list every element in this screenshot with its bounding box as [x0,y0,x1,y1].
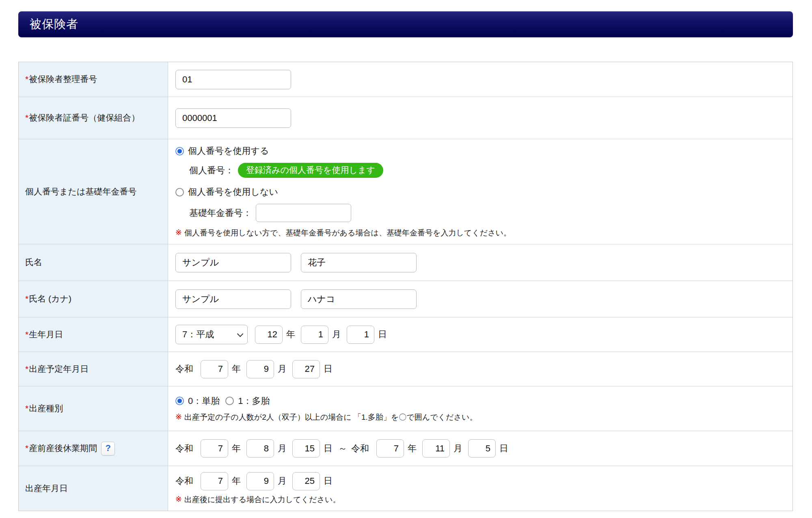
leave-from-year-input[interactable] [201,439,228,458]
basic-pension-number-input[interactable] [256,204,351,222]
insured-person-form: *被保険者整理番号 *被保険者証番号（健保組合） 個人番号または基礎年金番号 個… [18,62,793,511]
row-birth-date: *生年月日 7：平成 年 月 日 [19,317,793,352]
label-insured-serial-number: *被保険者整理番号 [19,62,168,97]
section-header: 被保険者 [18,11,793,37]
registered-personal-number-badge: 登録済みの個人番号を使用します [238,163,383,178]
birth-year-input[interactable] [255,326,283,344]
label-name-kana: *氏名 (カナ) [19,281,168,317]
label-birth-date: *生年月日 [19,317,168,352]
required-mark: * [25,442,28,455]
first-name-kana-input[interactable] [301,289,417,309]
birth-era-select[interactable]: 7：平成 [175,325,248,344]
leave-to-month-input[interactable] [422,439,450,458]
row-insured-card-number: *被保険者証番号（健保組合） [19,97,793,139]
row-name-kana: *氏名 (カナ) [19,281,793,317]
birth-month-input[interactable] [301,326,328,344]
row-insured-serial-number: *被保険者整理番号 [19,62,793,97]
due-day-input[interactable] [292,360,320,378]
radio-not-use-personal-number[interactable] [175,188,184,196]
era-reiwa: 令和 [175,442,193,455]
radio-use-personal-number[interactable] [175,147,184,155]
help-icon[interactable]: ? [101,442,115,455]
era-reiwa: 令和 [351,442,369,455]
leave-to-year-input[interactable] [376,439,404,458]
row-delivery-date: 出産年月日 令和 年 月 日 ※ 出産後に提出する場合に入力してください。 [19,466,793,511]
label-personal-or-pension-number: 個人番号または基礎年金番号 [19,139,168,244]
row-name: 氏名 [19,244,793,281]
due-year-input[interactable] [201,360,228,378]
personal-number-label: 個人番号： [189,164,234,177]
delivery-type-note: ※ 出産予定の子の人数が2人（双子）以上の場合に 「1.多胎」を〇で囲んでくださ… [175,412,477,423]
basic-pension-number-label: 基礎年金番号： [189,207,252,219]
row-personal-or-pension-number: 個人番号または基礎年金番号 個人番号を使用する 個人番号： 登録済みの個人番号を… [19,139,793,244]
required-mark: * [25,328,28,341]
label-insured-card-number: *被保険者証番号（健保組合） [19,97,168,139]
era-reiwa: 令和 [175,475,193,487]
delivery-date-note: ※ 出産後に提出する場合に入力してください。 [175,494,340,505]
label-expected-delivery-date: *出産予定年月日 [19,352,168,386]
required-mark: * [25,113,28,122]
insured-serial-number-input[interactable] [175,70,291,89]
birth-day-input[interactable] [347,326,374,344]
required-mark: * [25,73,28,86]
last-name-kana-input[interactable] [175,289,291,309]
delivery-month-input[interactable] [246,472,274,490]
required-mark: * [25,363,28,376]
row-expected-delivery-date: *出産予定年月日 令和 年 月 日 [19,352,793,386]
personal-number-note: ※ 個人番号を使用しない方で、基礎年金番号がある場合は、基礎年金番号を入力してく… [175,228,511,238]
leave-from-month-input[interactable] [246,439,274,458]
due-month-input[interactable] [246,360,274,378]
page-title: 被保険者 [30,16,78,32]
label-maternity-leave-period: *産前産後休業期間 ? [19,431,168,466]
not-use-personal-number-option[interactable]: 個人番号を使用しない [175,186,278,198]
label-delivery-date: 出産年月日 [19,466,168,511]
first-name-input[interactable] [301,253,417,272]
label-name: 氏名 [19,244,168,281]
era-reiwa: 令和 [175,363,193,375]
required-mark: * [25,402,28,415]
row-delivery-type: *出産種別 0：単胎 1：多胎 ※ 出産予定の子の人数が2人（双子）以上の場合に… [19,386,793,431]
row-maternity-leave-period: *産前産後休業期間 ? 令和 年 月 日 ～ 令和 年 月 日 [19,431,793,466]
last-name-input[interactable] [175,253,291,272]
label-delivery-type: *出産種別 [19,386,168,431]
chevron-down-icon [237,330,244,337]
insured-card-number-input[interactable] [175,108,291,128]
use-personal-number-option[interactable]: 個人番号を使用する [175,145,269,157]
leave-from-day-input[interactable] [292,439,320,458]
leave-to-day-input[interactable] [468,439,496,458]
delivery-day-input[interactable] [292,472,320,490]
radio-multiple-birth[interactable] [225,397,234,405]
required-mark: * [25,292,28,306]
delivery-year-input[interactable] [201,472,228,490]
radio-single-birth[interactable] [175,397,184,405]
